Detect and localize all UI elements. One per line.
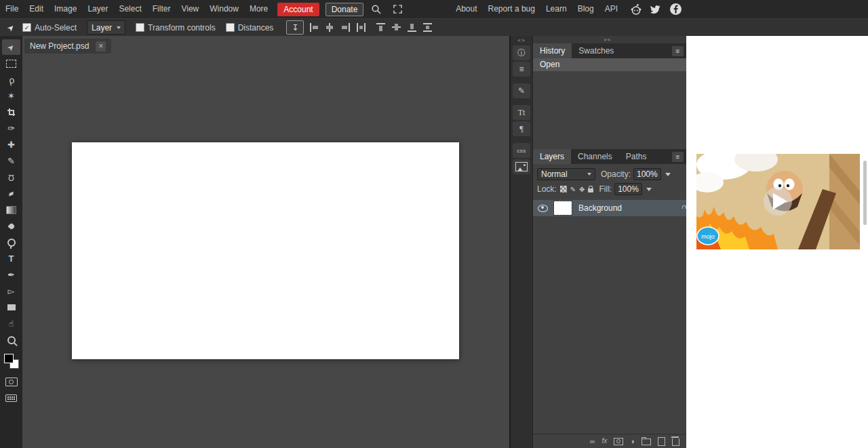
new-layer-icon[interactable] <box>658 437 665 446</box>
opacity-value[interactable]: 100% <box>633 168 661 180</box>
tab-history[interactable]: History <box>533 43 572 58</box>
paragraph-icon[interactable]: ¶ <box>513 121 530 136</box>
tab-layers[interactable]: Layers <box>533 149 571 164</box>
css-icon[interactable]: css <box>513 143 530 158</box>
menu-image[interactable]: Image <box>49 0 82 18</box>
layer-thumbnail[interactable] <box>554 201 572 215</box>
history-entry-open[interactable]: Open <box>533 58 686 71</box>
dodge-tool[interactable] <box>2 235 20 250</box>
menu-api[interactable]: API <box>599 0 623 18</box>
layers-panel-menu-icon[interactable]: ≡ <box>672 152 684 162</box>
image-icon[interactable] <box>513 159 530 174</box>
distances-checkbox[interactable] <box>226 23 235 32</box>
info-icon[interactable]: ⓘ <box>513 45 530 60</box>
align-right-icon[interactable] <box>340 23 351 32</box>
type-tool[interactable]: T <box>2 251 20 266</box>
menu-window[interactable]: Window <box>204 0 244 18</box>
menu-report-a-bug[interactable]: Report a bug <box>483 0 540 18</box>
foreground-color-swatch[interactable] <box>4 354 14 363</box>
fill-value[interactable]: 100% <box>614 183 642 195</box>
delete-layer-icon[interactable] <box>672 436 679 446</box>
twitter-icon[interactable] <box>649 3 663 16</box>
tab-swatches[interactable]: Swatches <box>572 43 620 58</box>
menu-file[interactable]: File <box>0 0 24 18</box>
layer-row-background[interactable]: Background <box>533 200 686 216</box>
menu-about[interactable]: About <box>450 0 482 18</box>
hand-tool[interactable]: ☝ <box>2 316 20 331</box>
keyboard-shortcuts-button[interactable] <box>2 390 20 406</box>
search-icon[interactable] <box>368 3 384 16</box>
brush-settings-icon[interactable]: ✎ <box>513 83 530 98</box>
path-select-tool[interactable]: ▻ <box>2 283 20 299</box>
opacity-dropdown-arrow[interactable] <box>665 173 671 176</box>
blend-mode-dropdown[interactable]: Normal <box>537 168 595 180</box>
adjustment-layer-icon[interactable]: ◑ <box>630 438 635 445</box>
menu-filter[interactable]: Filter <box>147 0 176 18</box>
eraser-tool[interactable]: ▰ <box>2 186 20 201</box>
quick-mask-button[interactable] <box>2 374 20 390</box>
tab-channels[interactable]: Channels <box>571 149 619 164</box>
menu-edit[interactable]: Edit <box>24 0 49 18</box>
layer-effects-icon[interactable]: fx <box>602 438 608 445</box>
eyedropper-tool[interactable]: ✑ <box>2 121 20 136</box>
healing-tool[interactable]: ✚ <box>2 137 20 152</box>
gradient-tool[interactable] <box>2 202 20 218</box>
clone-stamp-tool[interactable]: Ω <box>2 169 20 185</box>
menu-learn[interactable]: Learn <box>540 0 572 18</box>
character-icon[interactable]: Tt <box>513 105 530 120</box>
export-layers-button[interactable]: ↧ <box>286 20 304 35</box>
strip-collapse-icon[interactable]: <> <box>517 37 525 43</box>
document-canvas[interactable] <box>72 142 459 359</box>
reddit-icon[interactable] <box>629 3 643 16</box>
distribute-horizontal-icon[interactable] <box>356 23 366 32</box>
align-center-vertical-icon[interactable] <box>392 22 401 33</box>
layer-visibility-eye-icon[interactable] <box>538 205 548 212</box>
document-tab-title: New Project.psd <box>30 41 89 51</box>
fullscreen-icon[interactable] <box>389 3 406 16</box>
play-button-icon[interactable] <box>764 187 792 216</box>
blur-tool[interactable] <box>2 218 20 234</box>
align-bottom-icon[interactable] <box>408 22 416 33</box>
move-tool[interactable]: ➤ <box>2 39 20 55</box>
lock-all-icon[interactable] <box>588 186 593 192</box>
brush-tool[interactable]: ✎ <box>2 153 20 169</box>
menu-view[interactable]: View <box>176 0 204 18</box>
menu-more[interactable]: More <box>244 0 273 18</box>
lock-pixels-icon[interactable]: ✎ <box>570 186 576 193</box>
align-center-horizontal-icon[interactable] <box>325 23 335 32</box>
new-folder-icon[interactable] <box>642 437 651 445</box>
transform-controls-checkbox[interactable] <box>136 23 144 32</box>
magic-wand-tool[interactable]: ✶ <box>2 88 20 104</box>
menu-blog[interactable]: Blog <box>572 0 599 18</box>
account-button[interactable]: Account <box>277 3 319 16</box>
link-layers-icon[interactable]: ∞ <box>590 438 595 445</box>
ad-video-thumbnail[interactable]: mojo <box>696 154 860 249</box>
crop-tool[interactable] <box>2 104 20 120</box>
pen-tool[interactable]: ✒ <box>2 267 20 283</box>
layer-select-dropdown[interactable]: Layer <box>87 20 125 35</box>
auto-select-checkbox[interactable]: ✓ <box>22 23 31 32</box>
distribute-vertical-icon[interactable] <box>423 22 432 33</box>
menu-layer[interactable]: Layer <box>82 0 113 18</box>
adjustments-icon[interactable]: ≡ <box>513 62 530 77</box>
history-panel-menu-icon[interactable]: ≡ <box>672 46 684 56</box>
color-swatches[interactable] <box>4 354 19 369</box>
ad-scrollbar[interactable] <box>863 161 867 225</box>
layer-mask-icon[interactable] <box>614 438 623 445</box>
lock-transparency-icon[interactable] <box>560 186 567 192</box>
rectangle-select-tool[interactable] <box>2 56 20 71</box>
close-icon[interactable]: × <box>96 41 106 52</box>
align-left-icon[interactable] <box>309 23 319 32</box>
menu-select[interactable]: Select <box>113 0 146 18</box>
zoom-tool[interactable] <box>2 332 20 348</box>
donate-button[interactable]: Donate <box>326 3 364 16</box>
fill-dropdown-arrow[interactable] <box>646 188 652 191</box>
lasso-tool[interactable]: ρ <box>2 72 20 87</box>
document-tab[interactable]: New Project.psd × <box>24 39 111 54</box>
shape-tool[interactable] <box>2 300 20 315</box>
align-top-icon[interactable] <box>376 22 385 33</box>
tab-paths[interactable]: Paths <box>619 149 654 164</box>
lock-position-icon[interactable]: ✥ <box>579 186 585 193</box>
panels-collapse-icon[interactable]: >< <box>533 36 686 43</box>
facebook-icon[interactable] <box>669 3 682 16</box>
